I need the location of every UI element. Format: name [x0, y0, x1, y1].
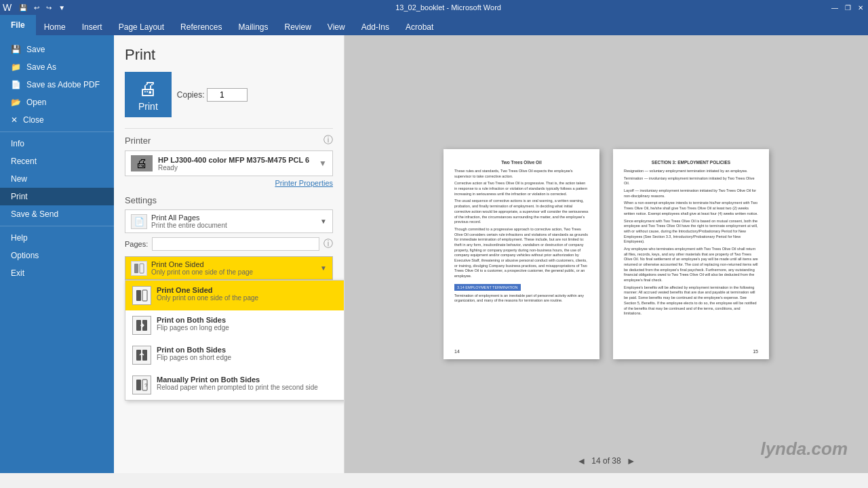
- nav-save-send[interactable]: Save & Send: [0, 205, 114, 223]
- of-label: of: [603, 456, 612, 466]
- tab-acrobat[interactable]: Acrobat: [397, 19, 441, 35]
- sided-dropdown-container: Print One Sided Only print on one side o…: [125, 256, 333, 280]
- page15-text5: Since employment with Two Trees Olive Oi…: [624, 219, 758, 245]
- nav-options[interactable]: Options: [0, 247, 114, 264]
- title-bar-title: 13_02_booklet - Microsoft Word: [70, 3, 827, 12]
- popup-item-manual[interactable]: ? Manually Print on Both Sides Reload pa…: [125, 370, 344, 400]
- print-pages-content: Print All Pages Print the entire documen…: [151, 214, 316, 229]
- popup-one-sided-desc: Only print on one side of the page: [157, 294, 344, 302]
- page15-num: 15: [753, 349, 758, 354]
- page-preview-14: Two Trees Olive Oil These rules and stan…: [443, 149, 599, 359]
- nav-save-as[interactable]: 📁 Save As: [0, 58, 114, 76]
- tab-add-ins[interactable]: Add-Ins: [353, 19, 397, 35]
- prev-page-btn[interactable]: ◄: [576, 455, 586, 466]
- popup-manual-desc: Reload paper when prompted to print the …: [157, 384, 344, 391]
- nav-info-label: Info: [11, 139, 24, 148]
- nav-new-label: New: [11, 174, 27, 184]
- printer-info: HP LJ300-400 color MFP M375-M475 PCL 6 R…: [158, 156, 309, 171]
- current-page-num: 14: [591, 456, 600, 466]
- total-pages: 38: [612, 456, 620, 466]
- print-button-icon: 🖨: [138, 77, 157, 100]
- sided-main: Print One Sided: [151, 260, 316, 268]
- print-pages-dropdown[interactable]: 📄 Print All Pages Print the entire docum…: [125, 209, 333, 233]
- popup-manual-title: Manually Print on Both Sides: [157, 375, 344, 384]
- popup-both-short-desc: Flip pages on short edge: [157, 354, 344, 361]
- page14-text2: Corrective action at Two Trees Olive Oil…: [454, 181, 589, 197]
- nav-help[interactable]: Help: [0, 229, 114, 247]
- popup-both-long-icon: [132, 316, 151, 335]
- pages-row: Pages: ⓘ: [125, 237, 333, 251]
- nav-open[interactable]: 📂 Open: [0, 94, 114, 111]
- backstage-nav: 💾 Save 📁 Save As 📄 Save as Adobe PDF 📂 O…: [0, 35, 114, 473]
- popup-both-short-icon: [132, 346, 151, 365]
- qa-redo[interactable]: ↪: [44, 3, 54, 12]
- nav-new[interactable]: New: [0, 170, 114, 188]
- close-btn[interactable]: ✕: [856, 3, 865, 12]
- nav-save-pdf[interactable]: 📄 Save as Adobe PDF: [0, 76, 114, 94]
- sided-dropdown[interactable]: Print One Sided Only print on one side o…: [125, 256, 333, 280]
- qa-undo[interactable]: ↩: [32, 3, 41, 12]
- next-page-btn[interactable]: ►: [627, 455, 636, 466]
- pages-label: Pages:: [125, 240, 148, 248]
- page15-text7: Employee's benefits will be affected by …: [624, 285, 758, 317]
- popup-item-both-sides-long[interactable]: Print on Both Sides Flip pages on long e…: [125, 310, 344, 340]
- page-preview-15: SECTION 3: EMPLOYMENT POLICIES Resignati…: [613, 149, 769, 359]
- popup-both-short-text: Print on Both Sides Flip pages on short …: [157, 346, 344, 361]
- current-page-display: 14 of 38: [591, 456, 620, 466]
- popup-item-one-sided[interactable]: Print One Sided Only print on one side o…: [125, 281, 344, 310]
- tab-review[interactable]: Review: [276, 19, 319, 35]
- printer-dropdown-arrow: ▼: [319, 159, 327, 168]
- nav-print[interactable]: Print: [0, 188, 114, 205]
- printer-device-icon: 🖨: [131, 155, 153, 171]
- preview-area: Two Trees Olive Oil These rules and stan…: [344, 35, 868, 473]
- save-as-icon: 📁: [11, 62, 21, 72]
- page14-num: 14: [454, 349, 460, 354]
- printer-section-label: Printer: [125, 136, 151, 146]
- sided-content: Print One Sided Only print on one side o…: [151, 260, 316, 276]
- popup-both-long-title: Print on Both Sides: [157, 316, 344, 324]
- page14-title: Two Trees Olive Oil: [454, 160, 589, 165]
- restore-btn[interactable]: ❐: [843, 3, 853, 12]
- popup-one-sided-title: Print One Sided: [157, 286, 344, 294]
- print-button[interactable]: 🖨 Print: [125, 72, 172, 117]
- tab-view[interactable]: View: [319, 19, 353, 35]
- printer-selector[interactable]: 🖨 HP LJ300-400 color MFP M375-M475 PCL 6…: [125, 150, 333, 176]
- word-icon: W: [3, 2, 12, 13]
- watermark: lynda.com: [760, 439, 848, 460]
- nav-save[interactable]: 💾 Save: [0, 41, 114, 58]
- nav-save-label: Save: [26, 45, 45, 54]
- printer-properties-link[interactable]: Printer Properties: [125, 179, 333, 187]
- qa-customize[interactable]: ▼: [56, 3, 67, 12]
- save-pdf-icon: 📄: [11, 80, 21, 89]
- print-pages-arrow: ▼: [320, 218, 327, 225]
- nav-info[interactable]: Info: [0, 135, 114, 152]
- nav-recent[interactable]: Recent: [0, 152, 114, 170]
- page14-text5: Termination of employment is an inevitab…: [454, 293, 589, 304]
- tab-insert[interactable]: Insert: [74, 19, 111, 35]
- page15-text2: Termination — involuntary employment ter…: [624, 176, 758, 186]
- nav-recent-label: Recent: [11, 157, 37, 166]
- print-panel: Print 🖨 Print Copies: Printer ⓘ 🖨 HP LJ3…: [114, 35, 344, 473]
- svg-text:?: ?: [144, 382, 148, 388]
- minimize-btn[interactable]: —: [829, 3, 840, 12]
- sided-icon: [131, 261, 147, 276]
- qa-save[interactable]: 💾: [17, 3, 29, 12]
- printer-name: HP LJ300-400 color MFP M375-M475 PCL 6: [158, 156, 309, 164]
- tab-file[interactable]: File: [0, 15, 36, 35]
- copies-input[interactable]: [207, 88, 248, 102]
- printer-info-icon[interactable]: ⓘ: [323, 134, 333, 146]
- printer-section-header: Printer ⓘ: [125, 134, 333, 146]
- print-button-label: Print: [138, 101, 158, 112]
- pages-input[interactable]: [152, 237, 319, 251]
- page15-title: SECTION 3: EMPLOYMENT POLICIES: [624, 160, 758, 165]
- nav-exit[interactable]: Exit: [0, 264, 114, 282]
- popup-both-long-desc: Flip pages on long edge: [157, 324, 344, 331]
- nav-close[interactable]: ✕ Close: [0, 111, 114, 129]
- tab-mailings[interactable]: Mailings: [230, 19, 276, 35]
- pages-info-icon[interactable]: ⓘ: [323, 238, 333, 250]
- tab-references[interactable]: References: [172, 19, 230, 35]
- nav-print-label: Print: [11, 192, 28, 201]
- tab-home[interactable]: Home: [36, 19, 74, 35]
- tab-page-layout[interactable]: Page Layout: [111, 19, 172, 35]
- popup-item-both-sides-short[interactable]: Print on Both Sides Flip pages on short …: [125, 340, 344, 370]
